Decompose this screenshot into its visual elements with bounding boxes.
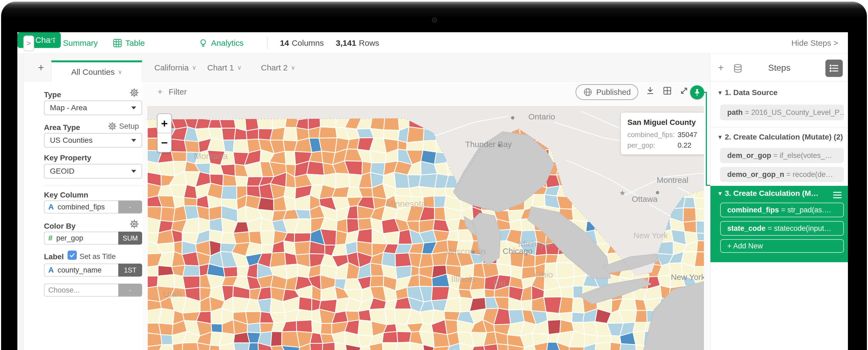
map-label: Illinois xyxy=(451,274,475,284)
chevron-down-icon: ∨ xyxy=(237,64,241,71)
grid-view-icon[interactable] xyxy=(662,86,672,96)
chevron-right-icon: > xyxy=(27,39,31,48)
map-label: Montreal xyxy=(657,176,688,184)
map-label: Ontario xyxy=(528,112,555,121)
table-icon xyxy=(113,38,122,48)
chart-tab-chart-1[interactable]: Chart 1 ∨ xyxy=(207,54,242,81)
lightbulb-icon xyxy=(198,38,208,48)
tab-summary[interactable]: Summary xyxy=(51,32,98,54)
step-1-header[interactable]: ▾ 1. Data Source xyxy=(718,88,778,97)
add-chart-tab-button[interactable]: + xyxy=(34,54,48,81)
chart-tab-chart-2[interactable]: Chart 2 ∨ xyxy=(261,54,296,81)
menu-icon[interactable] xyxy=(831,189,843,201)
gear-icon[interactable] xyxy=(129,219,139,229)
add-new-label: + Add New xyxy=(727,242,763,250)
steps-divider xyxy=(710,127,848,128)
type-label: Type xyxy=(44,91,61,99)
tab-table-label: Table xyxy=(125,38,145,48)
key-column-field[interactable]: Acombined_fips - xyxy=(44,201,142,213)
agg-label: SUM xyxy=(123,234,138,242)
caret-down-icon: ▾ xyxy=(718,134,721,141)
tab-analytics[interactable]: Analytics xyxy=(198,32,244,54)
step-2-title: 2. Create Calculation (Mutate) (2) xyxy=(725,133,843,141)
label-agg-button[interactable]: 1ST xyxy=(118,264,142,277)
chart-tab-california[interactable]: California ∨ xyxy=(154,54,196,81)
chevron-down-icon: ∨ xyxy=(291,64,295,71)
chip-name: dem_or_gop xyxy=(727,151,771,160)
chevron-down-icon: ∨ xyxy=(118,69,122,76)
app-screen: > Summary Table Chart Analytics 14Column… xyxy=(18,32,848,350)
chip-name: state_code xyxy=(727,224,766,233)
step-2-chip-demo-or-gop-n[interactable]: demo_or_gop_n = recode(de… xyxy=(720,167,844,182)
pin-connector-stub2 xyxy=(706,185,710,186)
step-1-chip-path[interactable]: path = 2016_US_County_Level_P… xyxy=(720,105,844,120)
color-by-field[interactable]: #per_gop SUM xyxy=(44,232,142,245)
steps-list-view-button[interactable] xyxy=(826,60,843,77)
chip-name: path xyxy=(727,108,743,117)
label-field[interactable]: Acounty_name 1ST xyxy=(44,264,142,277)
chart-tab-label: California xyxy=(154,63,189,72)
key-column-field-main[interactable]: Acombined_fips xyxy=(44,201,118,213)
expand-panel-button[interactable]: > xyxy=(23,35,34,51)
choose-placeholder: Choose... xyxy=(48,286,80,294)
columns-count-value: 14 xyxy=(280,38,289,48)
step-3-active-block[interactable]: ▾ 3. Create Calculation (M… combined_fip… xyxy=(710,186,848,262)
chip-expr: = if_else(votes_… xyxy=(773,151,832,160)
color-by-field-main[interactable]: #per_gop xyxy=(44,232,118,245)
map-label: Montana xyxy=(194,151,228,161)
tab-table[interactable]: Table xyxy=(113,32,145,54)
extra-agg-button[interactable]: - xyxy=(118,284,142,296)
choropleth-map: OntarioThunder BayMontrealOttawa★New Yor… xyxy=(147,106,704,350)
step-3-add-new-button[interactable]: + Add New xyxy=(720,239,844,253)
caret-down-icon xyxy=(131,106,136,109)
area-type-setup-button[interactable]: Setup xyxy=(108,121,139,131)
hide-steps-button[interactable]: Hide Steps > xyxy=(791,32,838,54)
area-type-value: US Counties xyxy=(50,136,93,145)
map-label: Ind. xyxy=(493,278,508,288)
check-icon xyxy=(69,252,76,259)
pin-connector-line xyxy=(706,92,707,186)
agg-label: - xyxy=(129,203,131,211)
zoom-out-button[interactable]: − xyxy=(158,133,171,152)
step-3-chip-combined-fips[interactable]: combined_fips = str_pad(as.… xyxy=(720,203,844,217)
step-3-chip-state-code[interactable]: state_code = statecode(input… xyxy=(720,221,844,236)
chart-tab-all-counties[interactable]: All Counties ∨ xyxy=(51,61,142,82)
laptop-bezel: > Summary Table Chart Analytics 14Column… xyxy=(1,2,867,350)
setup-label: Setup xyxy=(119,122,139,131)
map-label: Ohio xyxy=(535,270,553,280)
zoom-in-button[interactable]: + xyxy=(158,114,171,133)
map-canvas[interactable]: OntarioThunder BayMontrealOttawa★New Yor… xyxy=(147,106,704,350)
map-label: Michigan xyxy=(518,239,553,249)
list-icon xyxy=(828,62,840,74)
add-filter-button[interactable]: + Filter xyxy=(157,86,187,97)
key-property-value: GEOID xyxy=(50,167,74,176)
step-2-chip-dem-or-gop[interactable]: dem_or_gop = if_else(votes_… xyxy=(720,148,844,163)
key-property-select[interactable]: GEOID xyxy=(44,164,142,178)
color-by-agg-button[interactable]: SUM xyxy=(118,232,142,245)
map-label: New York xyxy=(671,273,704,281)
tab-analytics-label: Analytics xyxy=(211,38,244,48)
extra-field-main[interactable]: Choose... xyxy=(44,284,118,296)
chevron-down-icon: ∨ xyxy=(192,64,196,71)
caret-down-icon: ▾ xyxy=(718,89,721,96)
step-1-title: 1. Data Source xyxy=(725,88,778,97)
area-type-select[interactable]: US Counties xyxy=(44,133,142,148)
step-3-header[interactable]: ▾ 3. Create Calculation (M… xyxy=(718,189,818,198)
published-badge[interactable]: Published xyxy=(576,84,638,100)
key-column-agg-button[interactable]: - xyxy=(118,201,142,213)
map-zoom-control: + − xyxy=(157,113,172,152)
steps-panel: + Steps ▾ 1. Data Source path = 2016_US_… xyxy=(710,54,848,350)
chart-type-select[interactable]: Map - Area xyxy=(44,101,142,115)
label-field-main[interactable]: Acounty_name xyxy=(44,264,118,277)
numeric-type-icon: # xyxy=(48,234,53,242)
rows-count: 3,141Rows xyxy=(336,32,379,54)
expand-icon[interactable] xyxy=(679,86,689,96)
extra-field[interactable]: Choose... - xyxy=(44,284,142,296)
download-icon[interactable] xyxy=(645,86,655,96)
step-2-header[interactable]: ▾ 2. Create Calculation (Mutate) (2) xyxy=(718,133,843,141)
key-column-label: Key Column xyxy=(44,191,88,199)
caret-down-icon: ▾ xyxy=(718,190,721,197)
gear-icon[interactable] xyxy=(129,88,139,98)
chip-expr: = 2016_US_County_Level_P… xyxy=(745,108,844,117)
set-as-title-checkbox[interactable] xyxy=(67,251,77,260)
